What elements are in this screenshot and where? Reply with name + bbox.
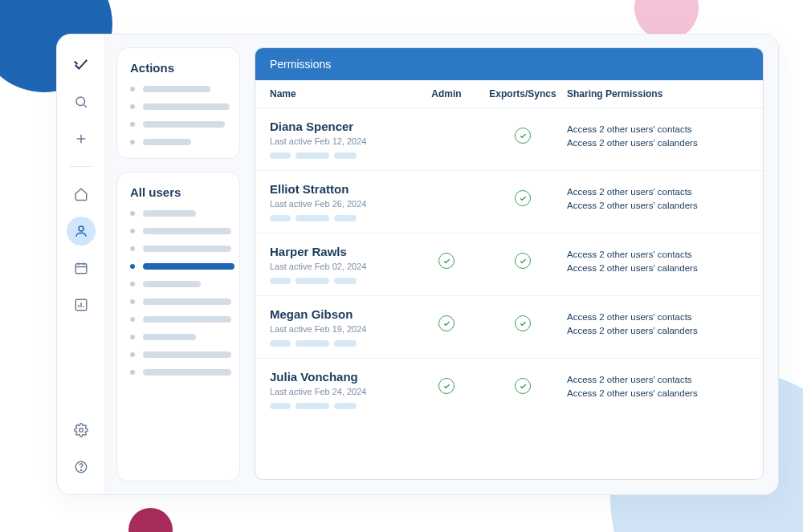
user-row[interactable]: Julia Vonchang Last active Feb 24, 2024 … (255, 359, 763, 420)
actions-card: Actions (116, 47, 240, 159)
sharing-line: Access 2 other users' contacts (567, 311, 748, 324)
all-users-card: All users (116, 172, 240, 481)
main-area: Permissions Name Admin Exports/Syncs Sha… (250, 35, 778, 494)
settings-icon[interactable] (67, 416, 96, 445)
column-admin: Admin (414, 88, 479, 99)
sharing-line: Access 2 other users' calanders (567, 324, 748, 338)
actions-item[interactable] (130, 86, 226, 92)
user-row[interactable]: Diana Spencer Last active Feb 12, 2024 A… (255, 108, 763, 171)
check-icon (515, 378, 531, 394)
user-tags (270, 215, 414, 221)
check-icon (438, 315, 454, 331)
user-tags (270, 152, 414, 159)
svg-point-6 (80, 469, 81, 470)
user-name: Megan Gibson (270, 307, 414, 321)
side-column: Actions All users (105, 35, 250, 494)
user-list-item[interactable] (130, 298, 226, 305)
help-icon[interactable] (67, 453, 96, 481)
user-name: Julia Vonchang (270, 370, 414, 384)
decorative-circle (128, 508, 173, 532)
user-last-active: Last active Feb 24, 2024 (270, 387, 414, 396)
actions-item[interactable] (130, 104, 226, 110)
column-sharing: Sharing Permissions (567, 88, 748, 99)
calendar-icon[interactable] (67, 254, 96, 282)
user-list-item[interactable] (130, 334, 226, 340)
permissions-title: Permissions (255, 48, 763, 80)
user-tags (270, 278, 414, 284)
column-name: Name (270, 88, 414, 99)
user-list-item[interactable] (130, 281, 226, 287)
sharing-line: Access 2 other users' calanders (567, 199, 748, 213)
sharing-line: Access 2 other users' contacts (567, 185, 748, 199)
sharing-line: Access 2 other users' calanders (567, 262, 748, 275)
user-list-item[interactable] (130, 210, 226, 217)
app-window: Actions All users Permissions Name A (56, 34, 779, 495)
add-icon[interactable] (67, 124, 96, 153)
user-last-active: Last active Feb 02, 2024 (270, 262, 414, 271)
search-icon[interactable] (67, 87, 96, 116)
check-icon (438, 253, 454, 269)
user-list-item[interactable] (130, 351, 226, 358)
user-list-item[interactable] (130, 228, 226, 234)
user-name: Diana Spencer (270, 120, 414, 133)
svg-point-0 (76, 97, 85, 106)
logo-icon[interactable] (67, 51, 96, 79)
user-row[interactable]: Harper Rawls Last active Feb 02, 2024 Ac… (255, 234, 763, 296)
check-icon (515, 190, 531, 206)
check-icon (438, 378, 454, 394)
check-icon (515, 128, 531, 144)
user-last-active: Last active Feb 19, 2024 (270, 324, 414, 334)
sharing-line: Access 2 other users' contacts (567, 123, 748, 136)
actions-title: Actions (130, 61, 226, 75)
user-list-item-active[interactable] (130, 263, 226, 270)
sharing-line: Access 2 other users' contacts (567, 248, 748, 262)
sharing-line: Access 2 other users' calanders (567, 387, 748, 400)
user-last-active: Last active Feb 12, 2024 (270, 136, 414, 146)
user-row[interactable]: Elliot Stratton Last active Feb 26, 2024… (255, 171, 763, 234)
user-list-item[interactable] (130, 369, 226, 376)
permissions-panel: Permissions Name Admin Exports/Syncs Sha… (255, 47, 764, 480)
check-icon (515, 315, 531, 331)
svg-point-4 (79, 428, 83, 433)
sharing-line: Access 2 other users' calanders (567, 136, 748, 150)
svg-rect-2 (75, 264, 87, 274)
user-name: Elliot Stratton (270, 182, 414, 196)
actions-item[interactable] (130, 139, 226, 145)
user-last-active: Last active Feb 26, 2024 (270, 199, 414, 209)
all-users-title: All users (130, 185, 226, 199)
users-icon[interactable] (67, 217, 96, 246)
actions-item[interactable] (130, 121, 226, 128)
home-icon[interactable] (67, 180, 96, 209)
column-exports: Exports/Syncs (479, 88, 567, 99)
chart-icon[interactable] (67, 290, 96, 319)
svg-point-1 (79, 226, 84, 231)
sharing-line: Access 2 other users' contacts (567, 373, 748, 387)
user-tags (270, 403, 414, 409)
user-tags (270, 340, 414, 347)
nav-divider (70, 166, 92, 167)
user-name: Harper Rawls (270, 245, 414, 258)
permissions-column-headers: Name Admin Exports/Syncs Sharing Permiss… (255, 80, 763, 108)
check-icon (515, 253, 531, 269)
user-list-item[interactable] (130, 316, 226, 323)
user-row[interactable]: Megan Gibson Last active Feb 19, 2024 Ac… (255, 296, 763, 359)
user-list-item[interactable] (130, 246, 226, 252)
nav-rail (57, 35, 105, 494)
